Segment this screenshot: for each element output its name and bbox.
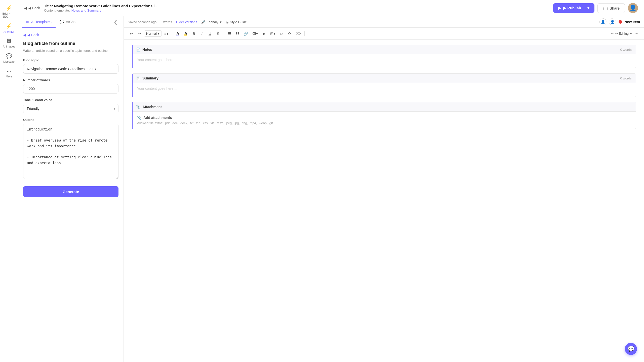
table-button[interactable]: ⊞ ▾ [269, 30, 277, 37]
outline-textarea[interactable]: Introduction - Brief overview of the ris… [23, 124, 118, 179]
undo-icon: ↩ [130, 31, 133, 36]
ai-panel-back-button[interactable]: ◀ ◀ Back [23, 33, 39, 37]
text-style-label: Normal [146, 32, 157, 35]
sidebar-item-ai-writer[interactable]: ⚡ AI Writer [2, 21, 17, 35]
share-button[interactable]: ↑ ↑ Share [597, 3, 625, 13]
image-button[interactable]: 🖼 ▾ [251, 30, 260, 37]
tone-label: Tone / Brand voice [23, 98, 118, 102]
ai-panel: ⊞ AI Templates 💬 AIChat ❮ ◀ ◀ Back [18, 16, 124, 362]
collapse-panel-button[interactable]: ❮ [112, 18, 119, 26]
text-color-button[interactable]: A [174, 30, 181, 37]
ai-panel-heading: Blog article from outline [23, 41, 118, 46]
tab-aichat[interactable]: 💬 AIChat [56, 16, 81, 28]
style-guide-button[interactable]: ◎ Style Guide [226, 20, 247, 24]
editing-mode-button[interactable]: ✏ ✏ Editing ▾ [611, 32, 632, 35]
align-icon: ≡ [164, 31, 167, 36]
summary-body[interactable]: Your content goes here ... [132, 83, 636, 97]
header-title-block: Title: Navigating Remote Work: Guideline… [44, 4, 157, 12]
play-button[interactable]: ▶ [261, 30, 268, 37]
align-button[interactable]: ≡ ▾ [163, 30, 170, 37]
emoji-icon: ☺ [279, 31, 283, 36]
collapse-icon: ❮ [114, 20, 117, 25]
avatar[interactable]: 👤 [628, 3, 638, 13]
blog-topic-label: Blog topic [23, 58, 118, 62]
ul-icon: ☰ [228, 31, 231, 36]
template-link[interactable]: Notes and Summary [71, 9, 101, 12]
sidebar-item-message[interactable]: 💬 Message [2, 51, 17, 65]
ai-templates-label: AI Templates [31, 20, 52, 24]
special-chars-icon: Ω [288, 31, 291, 36]
clear-format-button[interactable]: ⌦ [294, 30, 302, 37]
more-options-button[interactable]: ··· [633, 30, 640, 37]
words-label: Number of words [23, 78, 118, 82]
redo-button[interactable]: ↪ [136, 30, 143, 37]
sidebar-item-ai-images[interactable]: 🖼 AI Images [2, 36, 17, 50]
tone-label: Friendly [207, 20, 218, 24]
toolbar-divider-3 [304, 31, 305, 36]
words-input[interactable] [23, 84, 118, 94]
generate-button[interactable]: Generate [23, 186, 118, 197]
older-versions-link[interactable]: Older versions [176, 20, 197, 24]
add-attachments-icon: 📎 [137, 116, 141, 120]
summary-icon: 📄 [136, 76, 140, 80]
saved-status: Saved seconds ago [128, 20, 156, 24]
bold-button[interactable]: B [190, 30, 197, 37]
strikethrough-button[interactable]: S [215, 30, 222, 37]
tone-select[interactable]: Friendly Formal Professional [23, 104, 118, 113]
blog-topic-input[interactable] [23, 64, 118, 74]
emoji-button[interactable]: ☺ [278, 30, 285, 37]
publish-separator [584, 6, 584, 10]
notes-body[interactable]: Your content goes here ... [132, 54, 636, 68]
ai-templates-icon: ⊞ [26, 20, 29, 24]
back-button[interactable]: ◀ ◀ Back [24, 6, 40, 10]
chat-widget-icon: 💬 [628, 346, 634, 352]
new-item-label: New Item [625, 20, 640, 24]
highlight-icon: A [184, 31, 187, 36]
add-attachments-label: 📎 Add attachments [137, 116, 172, 120]
brief-seo-icon: ⚡ [6, 5, 12, 11]
sidebar-item-label: Brief + SEO [3, 12, 16, 18]
attachment-allowed-types: Allowed file extns: .pdf, .doc, .docx, .… [137, 121, 273, 125]
attachment-icon: 📎 [136, 105, 140, 109]
chat-widget-button[interactable]: 💬 [625, 343, 637, 355]
words-group: Number of words [23, 78, 118, 94]
clear-format-icon: ⌦ [296, 31, 301, 36]
publish-button[interactable]: ▶ ▶ Publish ▾ [553, 3, 594, 13]
attachment-section: 📎 Attachment 📎 Add attachments Allowed f… [132, 102, 636, 129]
text-style-select[interactable]: Normal ▾ [144, 30, 162, 37]
attachment-title: Attachment [142, 105, 162, 109]
summary-placeholder: Your content goes here ... [137, 86, 177, 90]
undo-button[interactable]: ↩ [128, 30, 135, 37]
editor-panel: Saved seconds ago 0 words Older versions… [124, 16, 644, 362]
link-button[interactable]: 🔗 [242, 30, 250, 37]
header-actions: ▶ ▶ Publish ▾ ↑ ↑ Share 👤 [553, 3, 638, 13]
ai-panel-back-label: ◀ Back [27, 33, 39, 37]
italic-button[interactable]: I [198, 30, 206, 37]
tone-button[interactable]: 🎤 Friendly ▾ [201, 20, 222, 24]
header-subtitle: Content template: Notes and Summary [44, 9, 157, 12]
underline-button[interactable]: U [207, 30, 214, 37]
sidebar-item-brief-seo[interactable]: ⚡ Brief + SEO [2, 3, 17, 20]
generate-label: Generate [63, 190, 79, 194]
link-icon: 🔗 [244, 31, 248, 36]
play-icon: ▶ [263, 31, 266, 36]
summary-header: 📄 Summary 0 words [132, 74, 636, 83]
tab-ai-templates[interactable]: ⊞ AI Templates [22, 16, 56, 28]
sidebar-item-more[interactable]: ··· More [2, 66, 17, 80]
avatar-image: 👤 [629, 5, 637, 12]
avatar-ghost-2: 👤 [609, 18, 616, 25]
summary-header-left: 📄 Summary [136, 76, 158, 80]
new-item-button[interactable]: 👤 👤 New Item [599, 18, 640, 25]
new-item-indicator [619, 20, 622, 24]
highlight-button[interactable]: A [182, 30, 189, 37]
text-color-icon: A [176, 31, 179, 36]
editor-content[interactable]: 📄 Notes 0 words Your content goes here .… [124, 40, 644, 362]
ordered-list-button[interactable]: ☷ [234, 30, 241, 37]
publish-label: ▶ Publish [563, 6, 581, 10]
unordered-list-button[interactable]: ☰ [226, 30, 233, 37]
text-style-chevron-icon: ▾ [158, 32, 159, 35]
special-chars-button[interactable]: Ω [286, 30, 293, 37]
attachment-left-bar [132, 102, 133, 129]
attachment-body[interactable]: 📎 Add attachments Allowed file extns: .p… [132, 112, 636, 129]
sidebar-item-label: AI Images [3, 45, 15, 48]
